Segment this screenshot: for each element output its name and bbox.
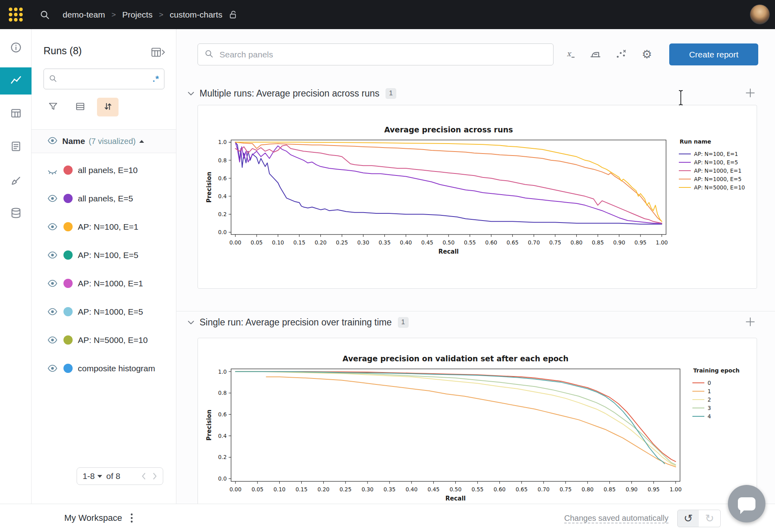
runs-name-column-header[interactable]: Name (7 visualized) — [32, 129, 176, 153]
visibility-eye-off-icon[interactable] — [47, 165, 58, 175]
run-row[interactable]: all panels, E=5 — [32, 184, 176, 213]
visibility-eye-icon[interactable] — [47, 193, 58, 204]
svg-text:0.90: 0.90 — [613, 239, 625, 246]
runs-search-input[interactable] — [61, 74, 149, 84]
next-page-button[interactable] — [152, 472, 157, 480]
chart-panel-average-precision-per-epoch[interactable]: Average precision on validation set afte… — [198, 338, 757, 504]
chart-panel-average-precision-across-runs[interactable]: Average precision across runs0.000.050.1… — [198, 105, 757, 289]
sort-arrows-icon — [103, 101, 113, 113]
svg-text:AP: N=1000, E=1: AP: N=1000, E=1 — [694, 167, 741, 174]
breadcrumb-separator: > — [111, 10, 116, 19]
undo-button[interactable]: ↺ — [677, 510, 699, 527]
run-label: composite histogram — [78, 364, 155, 373]
section-header-single-run: Single run: Average precision over train… — [176, 315, 775, 329]
avg-precision-across-runs-chart[interactable]: Average precision across runs0.000.050.1… — [198, 105, 757, 288]
svg-text:Precision: Precision — [206, 410, 213, 441]
run-color-dot — [63, 279, 73, 288]
sort-ascending-icon — [139, 140, 144, 143]
search-icon — [204, 49, 214, 60]
run-row[interactable]: AP: N=1000, E=1 — [32, 269, 176, 298]
run-row[interactable]: AP: N=5000, E=10 — [32, 326, 176, 354]
chevron-down-icon[interactable] — [188, 91, 194, 96]
nav-search-icon[interactable] — [40, 10, 50, 20]
run-row[interactable]: all panels, E=10 — [32, 156, 176, 184]
breadcrumb-projects[interactable]: Projects — [122, 10, 152, 20]
visibility-eye-icon[interactable] — [47, 278, 58, 289]
page-size-caret-icon[interactable] — [97, 475, 102, 478]
svg-text:0.0: 0.0 — [218, 475, 227, 482]
add-panel-icon[interactable] — [745, 317, 755, 328]
redo-button[interactable]: ↻ — [699, 510, 721, 527]
run-color-dot — [63, 250, 73, 260]
panel-search-input[interactable] — [219, 49, 547, 60]
rail-item-reports[interactable] — [0, 134, 32, 161]
svg-text:0.20: 0.20 — [314, 239, 326, 246]
add-panel-icon[interactable] — [745, 88, 755, 99]
visibility-eye-icon[interactable] — [47, 250, 58, 260]
svg-text:0.15: 0.15 — [293, 239, 305, 246]
runs-table-expand-button[interactable] — [151, 47, 165, 58]
support-chat-button[interactable] — [728, 485, 765, 522]
user-avatar[interactable] — [750, 4, 770, 24]
breadcrumb-team[interactable]: demo-team — [63, 10, 105, 20]
breadcrumb-project-name[interactable]: custom-charts — [170, 10, 222, 20]
chevron-down-icon[interactable] — [188, 320, 194, 325]
regex-toggle[interactable]: .* — [152, 74, 159, 84]
run-row[interactable]: composite histogram — [32, 354, 176, 382]
settings-gear-icon[interactable]: ⚙ — [640, 47, 654, 61]
create-report-button[interactable]: Create report — [669, 43, 758, 65]
svg-text:0.00: 0.00 — [229, 486, 241, 493]
run-row[interactable]: AP: N=100, E=1 — [32, 213, 176, 241]
svg-text:0.50: 0.50 — [449, 486, 461, 493]
svg-text:1.00: 1.00 — [670, 486, 682, 493]
run-label: AP: N=1000, E=1 — [78, 279, 143, 288]
breadcrumb-separator: > — [159, 10, 163, 19]
scatter-plot-icon[interactable] — [614, 47, 628, 61]
run-row[interactable]: AP: N=100, E=5 — [32, 241, 176, 269]
run-label: AP: N=100, E=1 — [78, 222, 138, 232]
visibility-eye-icon[interactable] — [47, 221, 58, 232]
run-color-dot — [63, 307, 73, 316]
svg-text:0.60: 0.60 — [494, 486, 506, 493]
svg-text:0.85: 0.85 — [592, 239, 604, 246]
svg-text:Precision: Precision — [206, 172, 213, 203]
autosave-status-label[interactable]: Changes saved automatically — [564, 514, 668, 523]
svg-text:0.05: 0.05 — [251, 486, 263, 493]
math-expression-icon[interactable]: x — [564, 47, 577, 61]
workspace-title[interactable]: My Workspace — [64, 513, 122, 523]
rail-item-overview[interactable] — [0, 35, 32, 62]
filter-button[interactable] — [44, 98, 62, 116]
svg-text:0.50: 0.50 — [443, 239, 455, 246]
table-icon — [10, 107, 22, 121]
avg-precision-per-epoch-chart[interactable]: Average precision on validation set afte… — [198, 338, 757, 504]
section-title[interactable]: Multiple runs: Average precision across … — [200, 88, 380, 99]
clipboard-icon — [10, 140, 22, 154]
group-button[interactable] — [71, 98, 89, 116]
wandb-logo[interactable] — [9, 8, 23, 22]
visibility-eye-icon[interactable] — [47, 363, 58, 374]
section-header-multiple-runs: Multiple runs: Average precision across … — [176, 86, 775, 100]
svg-text:3: 3 — [708, 405, 711, 411]
workspace-menu-kebab-icon[interactable] — [130, 513, 133, 523]
visibility-eye-icon[interactable] — [47, 335, 58, 345]
svg-text:2: 2 — [708, 396, 711, 403]
section-title[interactable]: Single run: Average precision over train… — [200, 317, 392, 328]
visibility-eye-icon[interactable] — [47, 306, 58, 317]
svg-text:AP: N=100, E=1: AP: N=100, E=1 — [694, 151, 738, 157]
rail-item-workspace[interactable] — [0, 67, 32, 95]
search-icon — [49, 74, 57, 84]
run-row[interactable]: AP: N=1000, E=5 — [32, 298, 176, 326]
rail-item-artifacts[interactable] — [0, 200, 32, 227]
prev-page-button[interactable] — [141, 472, 146, 480]
page-range-label[interactable]: 1-8 — [83, 471, 95, 481]
run-color-dot — [63, 222, 73, 231]
svg-text:0.95: 0.95 — [648, 486, 660, 493]
sweep-controls-icon[interactable] — [589, 47, 602, 61]
sort-button[interactable] — [97, 98, 119, 116]
svg-text:0.10: 0.10 — [273, 486, 285, 493]
rail-item-runs-table[interactable] — [0, 100, 32, 128]
svg-text:0.60: 0.60 — [485, 239, 497, 246]
rows-icon — [75, 101, 85, 113]
rail-item-sweeps[interactable] — [0, 168, 32, 195]
unlock-icon[interactable] — [229, 10, 238, 20]
